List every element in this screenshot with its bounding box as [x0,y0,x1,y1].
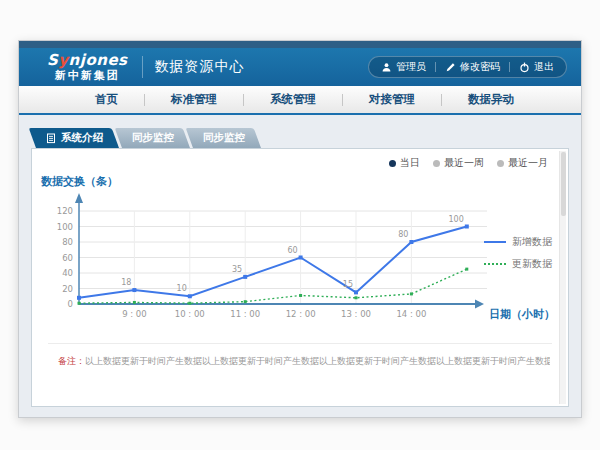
nav-item-system-mgmt[interactable]: 系统管理 [244,92,342,107]
legend-item-new-data: 新增数据 [484,235,552,249]
time-range-selector: 当日 最近一周 最近一月 [389,156,548,170]
svg-text:18: 18 [121,278,131,287]
tab-system-intro[interactable]: 系统介绍 [36,128,119,148]
app-window: Synjones 新中新集团 数据资源中心 管理员 修改密码 退出 首页 标准管… [18,40,582,418]
nav-item-home[interactable]: 首页 [69,92,144,107]
edit-icon [445,62,456,73]
header-divider [142,56,143,78]
logo-wordmark: Synjones [47,53,128,68]
main-nav: 首页 标准管理 系统管理 对接管理 数据异动 [19,86,581,115]
app-header: Synjones 新中新集团 数据资源中心 管理员 修改密码 退出 [19,48,581,86]
footnote: 备注：以上数据更新于时间产生数据以上数据更新于时间产生数据以上数据更新于时间产生… [58,355,550,368]
admin-user-button[interactable]: 管理员 [381,60,426,74]
radio-dot-icon [389,160,396,167]
tab-sync-monitor-2[interactable]: 同步监控 [193,128,261,148]
svg-text:10 : 00: 10 : 00 [175,309,205,319]
svg-text:12 : 00: 12 : 00 [286,309,316,319]
svg-text:10: 10 [177,284,187,293]
solid-line-swatch-icon [484,241,506,243]
svg-text:60: 60 [287,246,297,255]
svg-text:0: 0 [68,299,73,309]
user-icon [381,62,392,73]
pill-divider [435,62,436,72]
svg-text:100: 100 [449,215,464,224]
footnote-label: 备注： [58,356,85,366]
nav-item-interface-mgmt[interactable]: 对接管理 [343,92,441,107]
logout-button[interactable]: 退出 [519,60,554,74]
content-area: 系统介绍 同步监控 同步监控 当日 最近一周 [19,115,581,419]
tab-sync-monitor-1[interactable]: 同步监控 [122,128,190,148]
legend-item-updated-data: 更新数据 [484,257,552,271]
range-option-last-week[interactable]: 最近一周 [433,156,484,170]
logo-subtitle: 新中新集团 [47,70,128,81]
dotted-line-swatch-icon [484,263,506,265]
company-logo: Synjones 新中新集团 [47,53,128,81]
svg-text:14 : 00: 14 : 00 [396,309,426,319]
tab-bar: 系统介绍 同步监控 同步监控 [31,128,569,148]
radio-dot-icon [497,160,504,167]
svg-text:40: 40 [62,268,73,278]
svg-text:11 : 00: 11 : 00 [230,309,260,319]
svg-text:35: 35 [232,265,242,274]
range-option-today[interactable]: 当日 [389,156,420,170]
scrollbar-thumb[interactable] [561,152,566,216]
chart-panel: 当日 最近一周 最近一月 0204060801001209 : 0010 : 0… [31,148,569,407]
pill-divider [509,62,510,72]
page-title: 数据资源中心 [155,58,245,76]
change-password-button[interactable]: 修改密码 [445,60,500,74]
svg-text:日期（小时）: 日期（小时） [489,308,555,321]
power-icon [519,62,530,73]
radio-dot-icon [433,160,440,167]
note-divider [48,343,552,344]
series-legend: 新增数据 更新数据 [484,235,552,279]
nav-item-data-change[interactable]: 数据异动 [442,92,540,107]
svg-text:9 : 00: 9 : 00 [122,309,146,319]
svg-text:120: 120 [57,206,73,216]
document-icon [46,133,56,144]
range-option-last-month[interactable]: 最近一月 [497,156,548,170]
nav-item-standard-mgmt[interactable]: 标准管理 [145,92,243,107]
svg-text:100: 100 [57,222,73,232]
svg-text:13 : 00: 13 : 00 [341,309,371,319]
svg-text:数据交换（条）: 数据交换（条） [40,175,118,188]
panel-scrollbar[interactable] [559,151,566,404]
svg-text:15: 15 [343,280,353,289]
svg-text:80: 80 [62,237,73,247]
svg-text:20: 20 [62,284,73,294]
svg-text:80: 80 [398,230,408,239]
window-top-strip [19,41,581,48]
svg-text:60: 60 [62,253,73,263]
user-toolbar: 管理员 修改密码 退出 [368,56,567,78]
